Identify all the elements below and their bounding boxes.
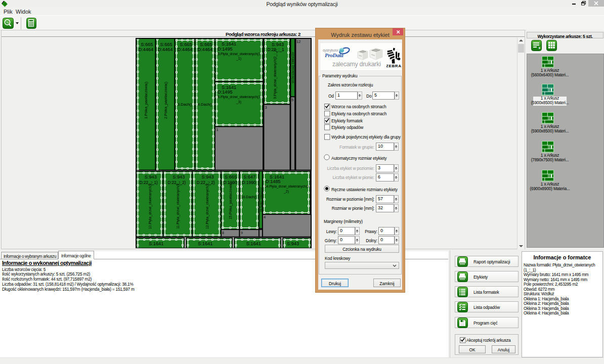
svg-text:S:943: S:943 <box>272 42 284 47</box>
svg-text:S:1641: S:1641 <box>222 85 236 90</box>
svg-text:14.Płyta_drzwi_otwieranych(1-: 14.Płyta_drzwi_otwieranych(1- <box>265 185 310 189</box>
svg-text:6.Płyta_drzwi_otwieranych(1-: 6.Płyta_drzwi_otwieranych(1- <box>218 95 262 99</box>
svg-text:D:1495: D:1495 <box>218 89 233 95</box>
svg-text:19.Sufit() 1990x102: 19.Sufit() 1990x102 <box>260 188 263 212</box>
svg-text:S:665: S:665 <box>160 42 172 47</box>
svg-text:S:647: S:647 <box>243 174 255 179</box>
svg-text:5.Płyta_drzwi_otwieranych(1-: 5.Płyta_drzwi_otwieranych(1- <box>218 52 262 56</box>
svg-text:S:665: S:665 <box>141 42 153 47</box>
svg-text:5: 5 <box>291 98 293 102</box>
svg-text:S:1641: S:1641 <box>198 241 212 246</box>
svg-text:1: 1 <box>217 127 219 132</box>
svg-text:x: x <box>539 46 541 50</box>
svg-text:S:1641: S:1641 <box>246 241 261 246</box>
svg-text:S:665: S:665 <box>180 42 192 47</box>
svg-text:12: 12 <box>296 39 300 44</box>
svg-text:S:1641: S:1641 <box>222 41 236 47</box>
svg-text:D:4464: D:4464 <box>138 47 153 52</box>
svg-text:D:1990: D:1990 <box>242 180 256 185</box>
svg-text:2.Półka_pawilaczowa(): 2.Półka_pawilaczowa() <box>163 81 168 119</box>
svg-text:12.Płyta_drzwi_otwieranych(2_: 12.Płyta_drzwi_otwieranych(2_ <box>205 181 209 229</box>
svg-text:ProData: ProData <box>325 52 343 58</box>
svg-text:_3): _3) <box>236 100 241 104</box>
svg-text:9: 9 <box>241 231 243 235</box>
svg-text:15.Półka_pawilaczowa(): 15.Półka_pawilaczowa() <box>229 182 233 219</box>
svg-text:D:4464: D:4464 <box>197 47 212 52</box>
svg-text:10.Płyta_drzwi_otwieranych(2_: 10.Płyta_drzwi_otwieranych(2_ <box>148 181 152 229</box>
svg-text:3: 3 <box>265 105 267 110</box>
svg-text:_2): _2) <box>283 190 289 194</box>
svg-text:9.Płyta_drzwi_otwieranych(2_:_: 9.Płyta_drzwi_otwieranych(2_:_1) <box>273 49 277 99</box>
svg-text:18.Obniżenie() 1990x110: 18.Obniżenie() 1990x110 <box>291 52 294 83</box>
svg-text:S:943: S:943 <box>145 174 157 179</box>
svg-text:D:4464: D:4464 <box>178 47 193 52</box>
svg-text:D:4464: D:4464 <box>158 47 173 52</box>
svg-text:4: 4 <box>264 215 266 219</box>
svg-text:S:1641: S:1641 <box>149 241 163 246</box>
svg-text:S:665: S:665 <box>200 42 212 47</box>
svg-text:3.Dach(): 3.Dach() <box>178 102 192 107</box>
svg-text:11.Płyta_drzwi_otwieranych(2_: 11.Płyta_drzwi_otwieranych(2_ <box>176 181 180 229</box>
svg-text:S:1641: S:1641 <box>270 174 284 179</box>
svg-text:ZEBRA: ZEBRA <box>386 64 401 68</box>
svg-text:8: 8 <box>222 231 224 235</box>
svg-text:D:1495: D:1495 <box>218 47 233 52</box>
svg-text:S:943: S:943 <box>287 241 299 246</box>
svg-text:S:943: S:943 <box>201 174 213 179</box>
svg-text:S:665: S:665 <box>225 174 237 179</box>
svg-text:D:1485: D:1485 <box>266 179 281 184</box>
svg-text:_1): _1) <box>236 57 241 61</box>
svg-text:16.Dach(): 16.Dach() <box>241 195 257 199</box>
svg-text:1.Półka_pawilaczowa(): 1.Półka_pawilaczowa() <box>144 81 148 119</box>
svg-text:4.Dach(): 4.Dach() <box>198 102 212 107</box>
svg-text:S:943: S:943 <box>172 174 185 179</box>
